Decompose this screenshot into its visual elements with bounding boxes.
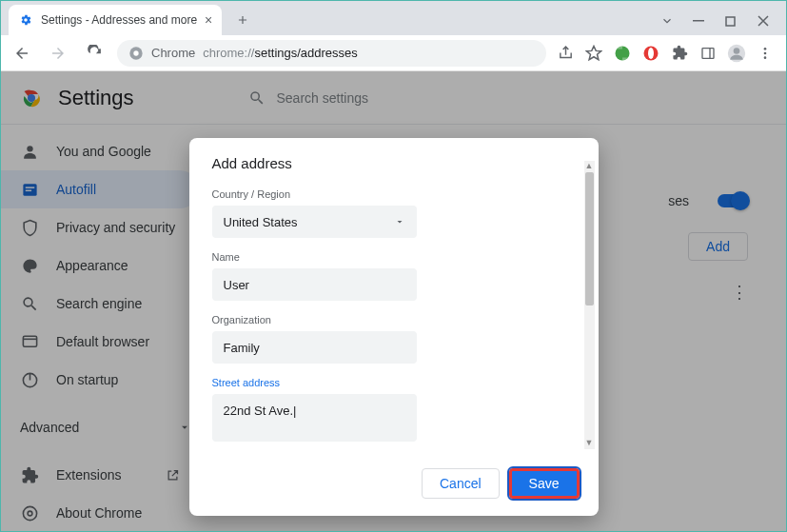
globe-extension-icon[interactable] [613,44,632,63]
svg-point-13 [764,56,767,59]
close-icon[interactable]: × [205,12,212,28]
modal-overlay: Add address Country / Region United Stat… [1,71,786,531]
save-button[interactable]: Save [509,468,580,499]
maximize-icon[interactable] [725,16,740,27]
window-titlebar: Settings - Addresses and more × [1,1,786,35]
add-address-dialog: Add address Country / Region United Stat… [189,138,599,516]
cancel-button[interactable]: Cancel [422,468,500,499]
organization-input[interactable] [212,331,417,364]
forward-button[interactable] [45,40,71,67]
dropdown-arrow-icon [394,216,405,227]
tab-title: Settings - Addresses and more [41,13,197,27]
country-value: United States [224,215,298,229]
country-label: Country / Region [212,188,576,200]
name-label: Name [212,251,576,263]
scroll-down-icon[interactable]: ▼ [584,438,595,449]
minimize-icon[interactable] [693,15,708,27]
chevron-down-icon[interactable] [660,14,676,28]
modal-scrollbar[interactable]: ▲ ▼ [584,161,595,449]
bookmark-icon[interactable] [584,44,603,63]
content-area: Settings Search settings You and Google … [1,71,786,531]
share-icon[interactable] [556,44,575,63]
new-tab-button[interactable] [229,7,256,33]
svg-point-3 [133,50,138,55]
svg-point-6 [648,48,654,59]
url-prefix: Chrome [151,46,195,60]
organization-label: Organization [212,314,576,325]
chrome-product-icon [128,46,144,61]
scroll-thumb[interactable] [585,172,594,305]
kebab-menu-icon[interactable] [756,44,775,63]
street-label: Street address [212,377,576,388]
dialog-title: Add address [212,155,576,171]
reload-button[interactable] [81,40,108,67]
settings-gear-icon [18,12,33,28]
street-textarea[interactable] [212,394,417,442]
svg-point-12 [764,51,767,54]
url-field[interactable]: Chrome chrome://settings/addresses [117,40,546,67]
svg-point-10 [734,48,740,54]
profile-avatar-icon[interactable] [727,44,746,63]
url-bar: Chrome chrome://settings/addresses [1,35,786,71]
side-panel-icon[interactable] [698,44,718,63]
back-button[interactable] [9,40,35,67]
name-input[interactable] [212,268,417,301]
scroll-up-icon[interactable]: ▲ [584,161,595,172]
browser-tab[interactable]: Settings - Addresses and more × [9,5,222,35]
opera-extension-icon[interactable] [641,44,660,63]
extensions-icon[interactable] [670,44,689,63]
dialog-footer: Cancel Save [189,457,599,516]
window-close-icon[interactable] [757,15,773,27]
country-select[interactable]: United States [212,206,417,238]
svg-point-11 [764,48,767,50]
svg-rect-0 [693,20,704,22]
svg-rect-1 [726,17,735,26]
window-controls [660,14,786,35]
svg-rect-7 [702,48,714,58]
url-text: chrome://settings/addresses [203,46,358,60]
